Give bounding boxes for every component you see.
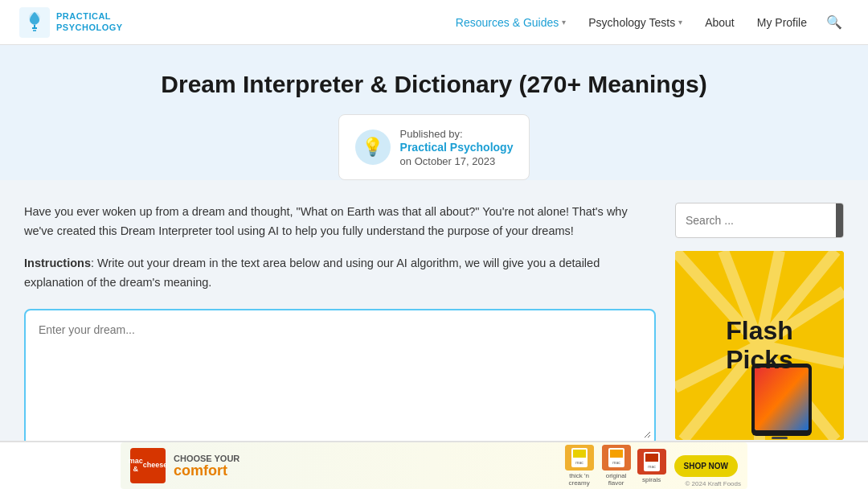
chevron-down-icon: ▾ <box>562 18 566 27</box>
search-box: 🔍 <box>675 203 844 238</box>
author-info: Published by: Practical Psychology on Oc… <box>400 126 514 168</box>
hero-section: Dream Interpreter & Dictionary (270+ Mea… <box>0 45 868 180</box>
author-link[interactable]: Practical Psychology <box>400 141 514 154</box>
nav-about[interactable]: About <box>695 10 744 35</box>
flash-title-line1: Flash <box>726 317 793 345</box>
publish-date: on October 17, 2023 <box>400 155 496 167</box>
instructions-label: Instructions <box>24 257 91 269</box>
dream-input-wrapper <box>24 309 656 446</box>
intro-text: Have you ever woken up from a dream and … <box>24 203 656 241</box>
dream-textarea[interactable] <box>29 314 651 438</box>
page-title: Dream Interpreter & Dictionary (270+ Mea… <box>13 71 855 98</box>
logo-icon <box>19 7 50 38</box>
logo-text: PRACTICAL PSYCHOLOGY <box>56 11 123 32</box>
bottom-ad-banner: mac & cheese choose your comfort mac thi… <box>0 441 868 446</box>
bottom-ad-content: mac & cheese choose your comfort mac thi… <box>121 442 747 446</box>
published-by-label: Published by: <box>400 128 463 140</box>
svg-rect-18 <box>755 368 809 430</box>
nav-psychology-tests[interactable]: Psychology Tests ▾ <box>579 10 692 35</box>
search-button[interactable]: 🔍 <box>836 203 844 237</box>
main-layout: Have you ever woken up from a dream and … <box>8 180 860 446</box>
logo-link[interactable]: PRACTICAL PSYCHOLOGY <box>19 7 123 38</box>
flash-title-line2: Picks <box>726 346 793 374</box>
search-input[interactable] <box>676 206 836 235</box>
svg-rect-19 <box>772 437 788 439</box>
svg-rect-24 <box>602 445 631 446</box>
sidebar-column: 🔍 F <box>675 203 844 446</box>
content-column: Have you ever woken up from a dream and … <box>24 203 656 446</box>
variant-thick: mac thick 'n creamy <box>563 445 596 446</box>
nav-my-profile[interactable]: My Profile <box>747 10 817 35</box>
variant-thick-img: mac <box>565 445 594 446</box>
nav-links: Resources & Guides ▾ Psychology Tests ▾ … <box>446 8 849 36</box>
flash-picks-text: Flash Picks <box>726 317 793 373</box>
product-variants: mac thick 'n creamy mac original flavor <box>563 445 666 446</box>
instructions-text: Instructions: Write out your dream in th… <box>24 254 656 293</box>
nav-resources[interactable]: Resources & Guides ▾ <box>446 10 575 35</box>
search-icon[interactable]: 🔍 <box>820 8 849 36</box>
svg-rect-20 <box>565 445 594 446</box>
variant-original-img: mac <box>602 445 631 446</box>
navigation: PRACTICAL PSYCHOLOGY Resources & Guides … <box>0 0 868 45</box>
variant-original: mac original flavor <box>600 445 633 446</box>
chevron-down-icon: ▾ <box>678 18 682 27</box>
author-avatar: 💡 <box>355 129 391 165</box>
author-card: 💡 Published by: Practical Psychology on … <box>338 114 530 180</box>
flash-picks-ad: Flash Picks <box>675 251 844 440</box>
